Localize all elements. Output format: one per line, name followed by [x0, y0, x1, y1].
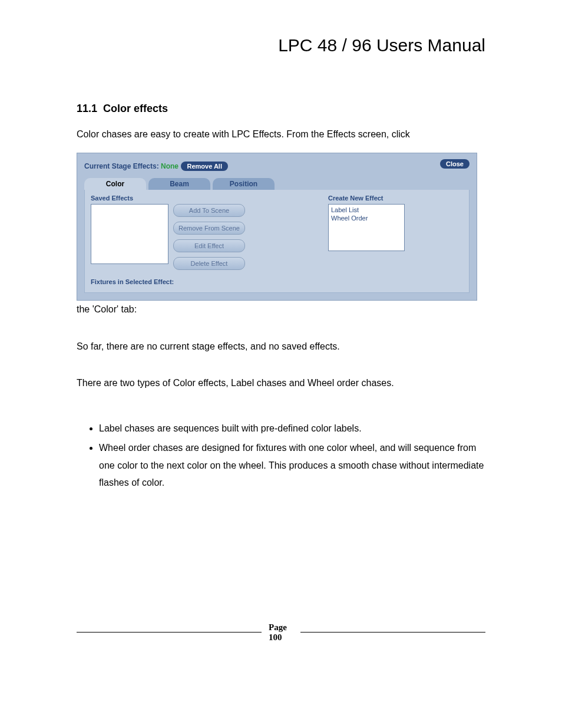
remove-all-button[interactable]: Remove All — [181, 162, 228, 171]
list-item: Wheel order chases are designed for fixt… — [99, 439, 485, 492]
tab-bar: Color Beam Position — [84, 178, 470, 190]
tab-beam[interactable]: Beam — [148, 178, 210, 190]
document-header: LPC 48 / 96 Users Manual — [77, 35, 485, 55]
fixtures-in-selected-label: Fixtures in Selected Effect: — [91, 278, 247, 285]
current-stage-effects-value: None — [161, 162, 178, 170]
page-number: 100 — [269, 633, 282, 642]
delete-effect-button[interactable]: Delete Effect — [173, 257, 245, 270]
effects-panel: Saved Effects Add To Scene Remove From S… — [84, 190, 470, 293]
list-item[interactable]: Label List — [331, 206, 402, 214]
page-footer: Page 100 — [77, 622, 485, 643]
saved-effects-list[interactable] — [91, 204, 168, 264]
body-paragraph: So far, there are no current stage effec… — [77, 340, 485, 353]
add-to-scene-button[interactable]: Add To Scene — [173, 204, 245, 217]
close-button[interactable]: Close — [440, 159, 470, 169]
effect-type-list[interactable]: Label List Wheel Order — [328, 204, 405, 251]
screenshot-caption: the 'Color' tab: — [77, 303, 485, 316]
bullet-list: Label chases are sequences built with pr… — [88, 420, 485, 492]
list-item[interactable]: Wheel Order — [331, 214, 402, 222]
create-new-effect-label: Create New Effect — [328, 195, 463, 202]
section-title: Color effects — [103, 103, 168, 114]
page-label: Page — [269, 622, 287, 632]
list-item: Label chases are sequences built with pr… — [99, 420, 485, 437]
tab-position[interactable]: Position — [213, 178, 275, 190]
effects-screenshot: Current Stage Effects: None Remove All C… — [77, 153, 477, 301]
section-heading: 11.1 Color effects — [77, 103, 485, 115]
edit-effect-button[interactable]: Edit Effect — [173, 239, 245, 252]
saved-effects-label: Saved Effects — [91, 195, 247, 202]
section-number: 11.1 — [77, 103, 97, 114]
tab-color[interactable]: Color — [84, 178, 146, 190]
remove-from-scene-button[interactable]: Remove From Scene — [173, 222, 245, 235]
body-paragraph: Color chases are easy to create with LPC… — [77, 128, 485, 141]
body-paragraph: There are two types of Color effects, La… — [77, 377, 485, 390]
current-stage-effects-label: Current Stage Effects: — [84, 162, 161, 170]
